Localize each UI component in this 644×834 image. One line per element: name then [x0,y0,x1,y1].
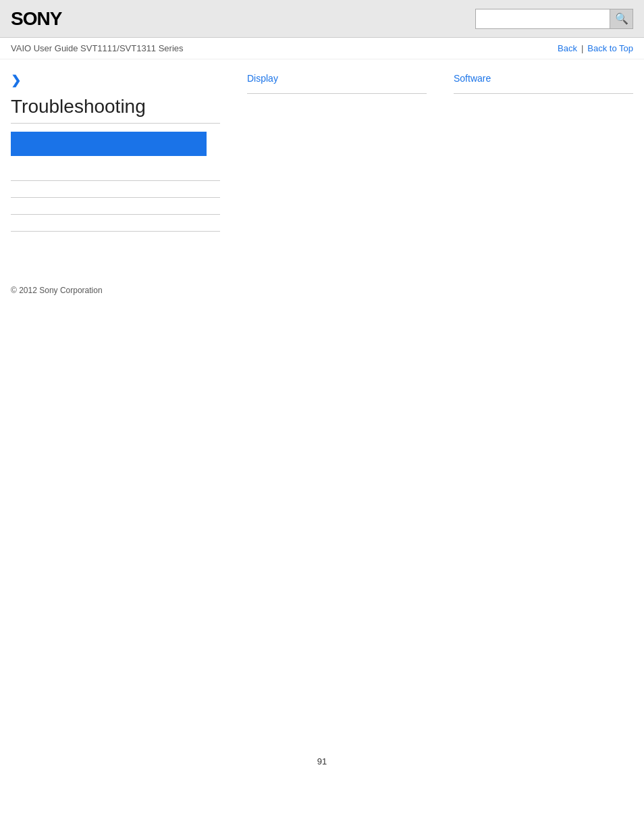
content-column-software: Software [454,73,633,94]
main-content: ❯ Troubleshooting Display Software [0,59,644,245]
sidebar-list [11,164,220,232]
search-button[interactable]: 🔍 [610,9,633,29]
back-link[interactable]: Back [558,43,577,53]
sidebar-active-item[interactable] [11,132,207,156]
search-input[interactable] [475,9,610,29]
software-link[interactable]: Software [454,73,633,88]
page-wrapper: SONY 🔍 VAIO User Guide SVT1111/SVT1311 S… [0,0,644,834]
sidebar: ❯ Troubleshooting [11,73,220,232]
nav-separator: | [581,43,583,53]
back-to-top-link[interactable]: Back to Top [587,43,633,53]
sony-logo: SONY [11,8,61,30]
header: SONY 🔍 [0,0,644,38]
page-number: 91 [304,743,340,780]
sidebar-title: Troubleshooting [11,96,220,124]
content-columns: Display Software [247,73,633,94]
copyright: © 2012 Sony Corporation [11,286,103,295]
list-item[interactable] [11,181,220,198]
footer: © 2012 Sony Corporation [0,272,644,309]
search-icon: 🔍 [615,12,628,25]
content-column-display: Display [247,73,427,94]
content-area: Display Software [220,73,633,232]
sidebar-chevron[interactable]: ❯ [11,73,220,88]
nav-bar: VAIO User Guide SVT1111/SVT1311 Series B… [0,38,644,59]
display-link[interactable]: Display [247,73,427,88]
guide-title: VAIO User Guide SVT1111/SVT1311 Series [11,43,184,53]
list-item[interactable] [11,198,220,215]
search-area: 🔍 [475,9,633,29]
list-item[interactable] [11,215,220,232]
nav-links: Back | Back to Top [558,43,633,53]
list-item[interactable] [11,164,220,181]
